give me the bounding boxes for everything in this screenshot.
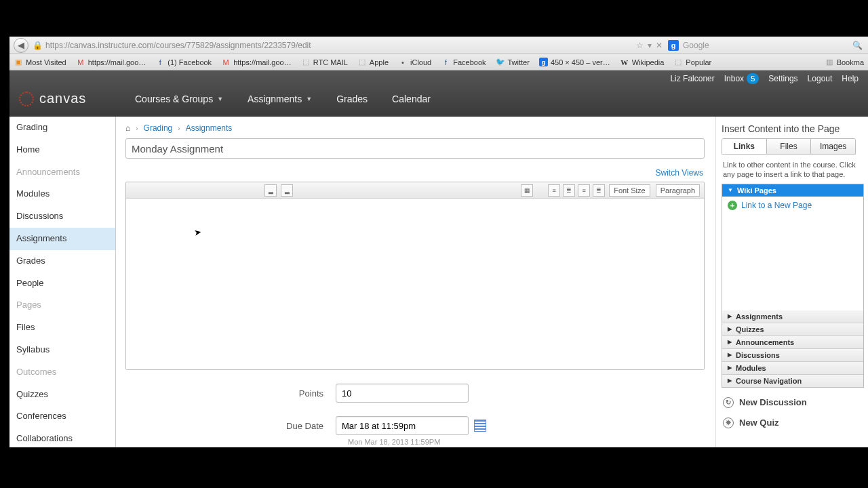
course-nav-item[interactable]: People [9,272,115,295]
stop-reload-icon[interactable]: ✕ [656,41,663,50]
bookmark-item[interactable]: Mhttps://mail.goo… [221,58,292,67]
link-new-page[interactable]: +Link to a New Page [728,201,858,210]
rte-paragraph-select[interactable]: Paragraph [656,184,700,197]
help-link[interactable]: Help [842,74,859,83]
rte-table-icon[interactable]: ▦ [521,184,533,197]
course-nav-item[interactable]: Modules [9,183,115,205]
calendar-icon[interactable] [474,420,486,432]
url-text[interactable]: https://canvas.instructure.com/courses/7… [45,41,636,50]
switch-views-link[interactable]: Switch Views [656,168,703,178]
due-date-subtext: Mon Mar 18, 2013 11:59PM [348,438,705,446]
accordion-header[interactable]: ▶Course Navigation [722,374,863,387]
links-help-text: Link to other content in the course. Cli… [723,160,859,180]
due-date-input[interactable] [336,416,469,435]
global-nav-item[interactable]: Grades [336,94,368,104]
brand[interactable]: canvas [19,91,86,106]
breadcrumb-grading[interactable]: Grading [144,123,173,133]
course-nav: GradingHomeAnnouncementsModulesDiscussio… [9,117,116,447]
bookmark-item[interactable]: ⬚Apple [357,58,389,67]
accordion-header[interactable]: ▶Modules [722,361,863,374]
content-tab[interactable]: Files [767,139,812,154]
wiki-pages-body: +Link to a New Page [722,197,863,310]
rte-align-icon[interactable]: ≣ [593,184,605,197]
bookmark-item[interactable]: g450 × 450 – ver… [539,58,610,66]
rte-btn[interactable]: ▂ [281,184,293,197]
accordion-wiki-pages[interactable]: ▼Wiki Pages [722,184,863,197]
logout-link[interactable]: Logout [808,74,833,83]
settings-link[interactable]: Settings [768,74,797,83]
inbox-link[interactable]: Inbox5 [724,73,759,84]
browser-url-bar: ◀ 🔒 https://canvas.instructure.com/cours… [9,37,868,54]
home-icon[interactable]: ⌂ [125,123,130,133]
accordion-header[interactable]: ▶Quizzes [722,323,863,336]
points-label: Points [125,388,336,399]
search-provider-field[interactable]: Google [683,41,852,50]
bookmarks-overflow[interactable]: ▥Bookma [825,58,864,67]
course-nav-item[interactable]: Conferences [9,405,115,428]
refresh-icon: ↻ [723,397,734,408]
course-nav-item[interactable]: Grades [9,250,115,272]
search-icon[interactable]: 🔍 [852,41,863,50]
chevron-down-icon: ▼ [306,96,312,102]
bookmarks-toolbar: ▣Most VisitedMhttps://mail.goo…f(1) Face… [9,54,868,70]
bookmark-item[interactable]: 🐦Twitter [496,58,530,67]
user-bar: Liz Falconer Inbox5 Settings Logout Help [670,73,859,84]
bookmark-item[interactable]: ⬚Popular [673,58,711,67]
app-header: Liz Falconer Inbox5 Settings Logout Help… [9,70,868,117]
rte-btn[interactable]: ▂ [264,184,277,197]
mouse-cursor-icon: ➤ [193,226,202,238]
browser-window: ◀ 🔒 https://canvas.instructure.com/cours… [9,37,868,447]
bookmark-item[interactable]: fFacebook [441,58,486,67]
global-nav-item[interactable]: Calendar [392,94,431,104]
breadcrumb: ⌂ › Grading › Assignments [125,123,705,133]
breadcrumb-assignments[interactable]: Assignments [186,123,233,133]
new-quiz-button[interactable]: ✸New Quiz [723,418,868,428]
rte-body[interactable]: ➤ [126,199,704,369]
course-nav-item[interactable]: Quizzes [9,384,115,406]
gear-icon: ✸ [723,418,734,428]
course-nav-item[interactable]: Discussions [9,205,115,228]
assignment-title-input[interactable] [125,138,705,159]
bookmark-item[interactable]: Mhttps://mail.goo… [76,58,146,67]
rich-text-editor: ▂ ▂ ▦ ≡ ≣ ≡ ≣ Font Size Paragraph ➤ [125,182,705,370]
course-nav-item[interactable]: Pages [9,294,115,317]
browser-back-button[interactable]: ◀ [14,38,28,53]
global-nav-item[interactable]: Courses & Groups▼ [135,94,223,104]
bookmark-star-icon[interactable]: ☆ [636,41,644,50]
content-tab[interactable]: Images [811,139,855,154]
due-date-label: Due Date [125,421,336,431]
accordion-header[interactable]: ▶Assignments [722,310,863,323]
new-discussion-button[interactable]: ↻New Discussion [723,397,868,408]
dropdown-caret-icon[interactable]: ▾ [648,41,652,50]
course-nav-item[interactable]: Outcomes [9,361,115,384]
course-nav-item[interactable]: Syllabus [9,339,115,361]
course-nav-item[interactable]: Home [9,139,115,161]
rte-font-size-select[interactable]: Font Size [609,184,650,197]
accordion-header[interactable]: ▶Announcements [722,336,863,348]
plus-icon: + [728,201,737,210]
rte-align-icon[interactable]: ≣ [563,184,575,197]
course-nav-item[interactable]: Grading [9,117,115,139]
rte-align-icon[interactable]: ≡ [578,184,590,197]
points-input[interactable] [336,384,469,403]
course-nav-item[interactable]: Files [9,317,115,339]
canvas-logo-icon [19,92,34,106]
rte-align-icon[interactable]: ≡ [548,184,560,197]
brand-name: canvas [39,91,86,106]
bookmark-item[interactable]: ▣Most Visited [14,58,66,67]
bookmark-item[interactable]: WWikipedia [620,58,665,67]
course-nav-item[interactable]: Announcements [9,161,115,184]
accordion-header[interactable]: ▶Discussions [722,348,863,361]
bookmark-item[interactable]: ⬚RTC MAIL [301,58,348,67]
content-tab[interactable]: Links [722,139,767,154]
course-nav-item[interactable]: Assignments [9,228,115,250]
bookmark-item[interactable]: f(1) Facebook [155,58,212,67]
global-nav-item[interactable]: Assignments▼ [248,94,312,104]
content-tabs: LinksFilesImages [722,138,856,155]
rte-toolbar: ▂ ▂ ▦ ≡ ≣ ≡ ≣ Font Size Paragraph [126,182,704,199]
current-user-link[interactable]: Liz Falconer [670,74,714,83]
page-body: GradingHomeAnnouncementsModulesDiscussio… [9,117,868,447]
bookmark-item[interactable]: •iCloud [398,58,431,67]
insert-content-panel: Insert Content into the Page LinksFilesI… [715,117,868,447]
global-nav: Courses & Groups▼Assignments▼GradesCalen… [135,94,431,104]
